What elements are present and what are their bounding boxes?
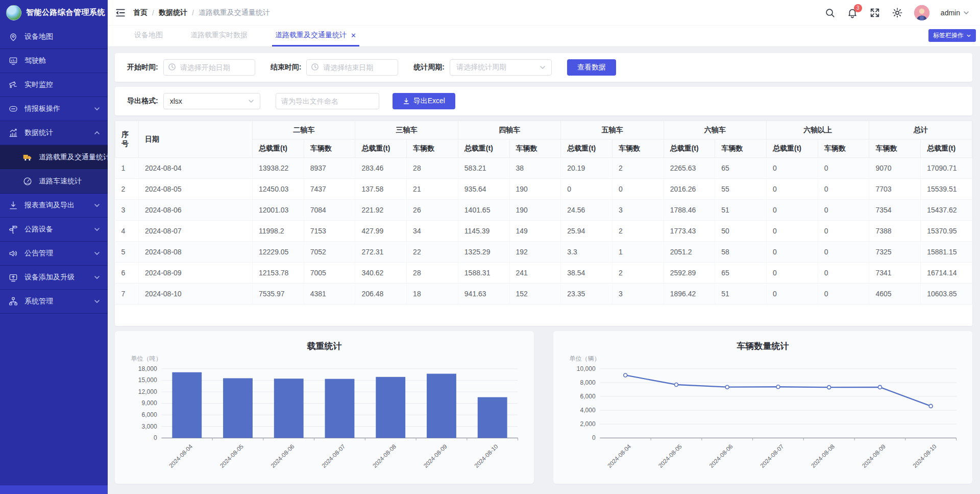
breadcrumb-item: 道路载重及交通量统计	[199, 8, 270, 17]
table-cell: 2024-08-09	[139, 263, 253, 284]
table-cell: 65	[715, 158, 767, 179]
svg-text:2024-08-04: 2024-08-04	[606, 443, 632, 469]
table-header: 序号日期二轴车三轴车四轴车五轴车六轴车六轴以上总计总载重(t)车辆数总载重(t)…	[115, 121, 972, 158]
table-row[interactable]: 22024-08-0512450.037437137.5821935.64190…	[115, 179, 972, 200]
col-sub-header: 总载重(t)	[355, 139, 407, 158]
table-cell: 12450.03	[253, 179, 304, 200]
table-row[interactable]: 62024-08-0912153.787005340.62281588.3124…	[115, 263, 972, 284]
table-row[interactable]: 32024-08-0612001.037084221.92261401.6519…	[115, 200, 972, 221]
sidebar-item[interactable]: 公告管理	[0, 242, 108, 266]
tab-道路载重及交通量统计[interactable]: 道路载重及交通量统计✕	[272, 26, 359, 46]
table-cell: 16714.14	[921, 263, 972, 284]
statistics-table: 序号日期二轴车三轴车四轴车五轴车六轴车六轴以上总计总载重(t)车辆数总载重(t)…	[115, 121, 972, 304]
sidebar-item[interactable]: 驾驶舱	[0, 49, 108, 73]
sidebar-item[interactable]: 系统管理	[0, 290, 108, 314]
table-cell: 190	[509, 179, 561, 200]
bar	[223, 378, 253, 438]
gear-icon[interactable]	[892, 7, 903, 18]
sidebar-toggle-icon[interactable]	[115, 7, 126, 18]
table-cell: 17090.71	[921, 158, 972, 179]
table-cell: 28	[407, 158, 458, 179]
table-cell: 0	[767, 284, 818, 304]
data-point	[624, 373, 627, 377]
search-icon[interactable]	[824, 7, 836, 18]
tagbar-actions-button[interactable]: 标签栏操作	[928, 29, 976, 42]
sidebar-item[interactable]: 数据统计	[0, 121, 108, 145]
col-sub-header: 总载重(t)	[921, 139, 972, 158]
svg-text:单位（辆）: 单位（辆）	[569, 355, 600, 362]
sidebar-subitem[interactable]: 道路车速统计	[0, 169, 108, 193]
col-group-header: 五轴车	[561, 121, 664, 139]
table-cell: 192	[509, 242, 561, 263]
fullscreen-icon[interactable]	[869, 7, 880, 18]
table-cell: 5	[115, 242, 139, 263]
table-cell: 583.21	[458, 158, 509, 179]
export-excel-button[interactable]: 导出Excel	[393, 93, 455, 109]
table-cell: 0	[561, 179, 612, 200]
sidebar-item[interactable]: 公路设备	[0, 218, 108, 242]
chevron-down-icon	[93, 250, 101, 257]
sidebar-item[interactable]: 设备添加及升级	[0, 266, 108, 290]
table-row[interactable]: 52024-08-0812229.057052272.31221325.2919…	[115, 242, 972, 263]
sidebar-item-label: 设备地图	[24, 32, 101, 41]
query-data-button[interactable]: 查看数据	[567, 59, 616, 76]
col-group-header: 四轴车	[458, 121, 560, 139]
bell-icon[interactable]: 3	[847, 7, 858, 18]
export-format-select[interactable]: xlsx	[163, 93, 260, 109]
col-sub-header: 总载重(t)	[767, 139, 818, 158]
export-filename-input[interactable]	[276, 93, 379, 109]
table-cell: 34	[407, 221, 458, 242]
table-cell: 0	[767, 263, 818, 284]
close-icon[interactable]: ✕	[351, 32, 356, 39]
table-row[interactable]: 72024-08-107535.974381206.4818941.631522…	[115, 284, 972, 304]
breadcrumb: 首页/数据统计/道路载重及交通量统计	[133, 8, 270, 17]
table-cell: 7325	[869, 242, 921, 263]
load-bar-chart: 03,0006,0009,00012,00015,00018,0002024-0…	[122, 352, 527, 479]
start-date-input[interactable]	[163, 59, 255, 76]
start-time-field: 开始时间:	[127, 59, 255, 76]
table-cell: 1896.42	[664, 284, 715, 304]
sidebar-collapse-strip[interactable]	[0, 485, 108, 494]
table-cell: 20.19	[561, 158, 612, 179]
tab-list: 设备地图道路载重实时数据道路载重及交通量统计✕	[131, 26, 381, 46]
sidebar-item[interactable]: 实时监控	[0, 73, 108, 97]
col-sub-header: 总载重(t)	[458, 139, 509, 158]
table-row[interactable]: 12024-08-0413938.228937283.4628583.21382…	[115, 158, 972, 179]
table-cell: 0	[767, 242, 818, 263]
col-header-date: 日期	[139, 121, 253, 158]
svg-text:2024-08-06: 2024-08-06	[270, 443, 296, 469]
tab-设备地图[interactable]: 设备地图	[131, 26, 166, 46]
col-sub-header: 总载重(t)	[253, 139, 304, 158]
sidebar-item-label: 情报板操作	[24, 104, 87, 113]
table-cell: 137.58	[355, 179, 407, 200]
bar	[478, 397, 507, 438]
sidebar-item[interactable]: 设备地图	[0, 25, 108, 49]
filter-panel: 开始时间: 结束时间:	[115, 53, 972, 82]
end-date-input[interactable]	[306, 59, 398, 76]
table-cell: 3	[612, 200, 664, 221]
table-cell: 23.35	[561, 284, 612, 304]
breadcrumb-item[interactable]: 数据统计	[159, 8, 187, 17]
page-footer: 2024 © HL_Techology in ZhengZhou.	[115, 489, 972, 494]
svg-text:0: 0	[154, 434, 157, 441]
data-point	[675, 383, 678, 386]
chevron-down-icon	[93, 226, 101, 233]
sidebar-subitem[interactable]: 道路载重及交通量统计	[0, 145, 108, 169]
sidebar-item[interactable]: 报表查询及导出	[0, 194, 108, 218]
table-cell: 941.63	[458, 284, 509, 304]
tab-道路载重实时数据[interactable]: 道路载重实时数据	[187, 26, 251, 46]
vehicle-chart-title: 车辆数量统计	[560, 340, 965, 352]
end-time-field: 结束时间:	[271, 59, 399, 76]
breadcrumb-item[interactable]: 首页	[133, 8, 148, 17]
table-cell: 427.99	[355, 221, 407, 242]
table-row[interactable]: 42024-08-0711998.27153427.99341145.39149…	[115, 221, 972, 242]
avatar[interactable]	[914, 5, 929, 20]
table-cell: 2	[115, 179, 139, 200]
period-select[interactable]: 请选择统计周期	[450, 59, 552, 76]
breadcrumb-separator: /	[152, 9, 154, 17]
sidebar-item[interactable]: 情报板操作	[0, 97, 108, 121]
user-menu[interactable]: admin	[941, 9, 970, 17]
table-cell: 221.92	[355, 200, 407, 221]
download-icon	[8, 200, 18, 210]
table-cell: 12001.03	[253, 200, 304, 221]
